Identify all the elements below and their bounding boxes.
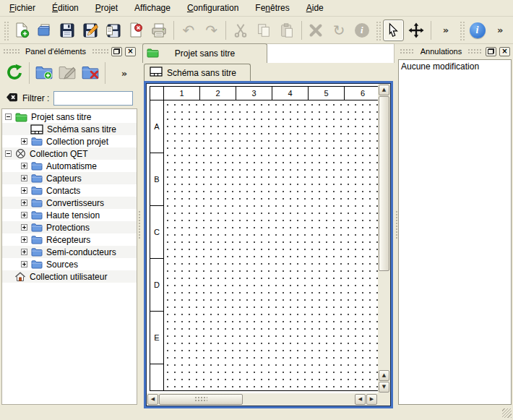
expand-icon[interactable] (21, 236, 27, 243)
left-splitter[interactable] (137, 45, 142, 405)
tree-item-convertisseurs[interactable]: Convertisseurs (2, 197, 137, 209)
new-category-button[interactable] (33, 61, 56, 85)
float-panel-button[interactable] (111, 47, 122, 56)
scroll-up-button-bottom[interactable]: ▲ (379, 370, 389, 381)
vertical-scroll-thumb[interactable] (379, 96, 389, 271)
menu-affichage[interactable]: Affichage (128, 1, 177, 15)
menu-configuration[interactable]: Configuration (181, 1, 245, 15)
tree-item-schema[interactable]: Schéma sans titre (2, 123, 137, 135)
tree-item-collection-qet[interactable]: Collection QET (2, 147, 137, 160)
undo-panel-titlebar[interactable]: Annulations × (398, 45, 512, 58)
collapse-icon[interactable] (5, 150, 12, 157)
diagram-row-area[interactable] (164, 206, 378, 259)
horizontal-scroll-track[interactable] (159, 394, 354, 405)
collapse-icon[interactable] (5, 113, 12, 120)
delete-category-button[interactable] (79, 61, 102, 85)
horizontal-scrollbar[interactable]: ◀ ◀ ▶ (147, 393, 378, 406)
tab-schema-sans-titre[interactable]: Schéma sans titre (144, 64, 251, 81)
element-info-button[interactable]: i (351, 20, 373, 41)
diagram-row-area[interactable] (164, 312, 378, 364)
menu-edition[interactable]: Édition (46, 1, 85, 15)
scroll-up-button[interactable]: ▲ (379, 85, 389, 95)
expand-icon[interactable] (21, 163, 27, 169)
scroll-down-button[interactable]: ▼ (379, 382, 389, 393)
elements-panel-titlebar[interactable]: Panel d'éléments × (1, 45, 137, 58)
tab-projet-sans-titre[interactable]: Projet sans titre (142, 43, 267, 63)
vertical-scroll-track[interactable] (379, 96, 389, 369)
qet-collection-icon (15, 148, 26, 159)
cut-button[interactable] (230, 20, 251, 41)
scroll-left-button-right[interactable]: ◀ (355, 394, 366, 405)
toolbar-overflow-button[interactable]: » (489, 20, 511, 41)
tree-item-contacts[interactable]: Contacts (2, 184, 137, 197)
horizontal-scroll-thumb[interactable] (159, 394, 243, 405)
reload-collections-button[interactable] (3, 61, 26, 85)
tree-item-haute-tension[interactable]: Haute tension (2, 209, 137, 221)
tree-item-recepteurs[interactable]: Récepteurs (2, 233, 137, 246)
expand-icon[interactable] (21, 261, 27, 267)
tree-item-collection-projet[interactable]: Collection projet (2, 135, 137, 147)
delete-button[interactable] (306, 20, 327, 41)
expand-icon[interactable] (21, 200, 27, 206)
diagram-row-area[interactable] (164, 100, 378, 153)
panel-overflow-button[interactable]: » (113, 61, 136, 85)
scroll-right-button[interactable]: ▶ (366, 394, 377, 405)
window-resize-grip[interactable] (502, 408, 512, 418)
print-button[interactable] (148, 20, 170, 41)
expand-icon[interactable] (21, 187, 27, 194)
dock-texture (467, 48, 483, 54)
selection-tool-button[interactable] (383, 20, 405, 41)
redo-button[interactable]: ↷ (201, 20, 223, 41)
restore-icon (113, 48, 120, 54)
expand-icon[interactable] (21, 212, 27, 218)
menu-fichier[interactable]: Fichier (3, 1, 42, 15)
float-panel-button[interactable] (486, 47, 496, 56)
scroll-left-button[interactable]: ◀ (147, 394, 158, 405)
diagram-canvas[interactable]: 1 2 3 4 5 6 A B C D E (147, 84, 378, 393)
diagram-row-area[interactable] (164, 259, 378, 312)
tree-item-sources[interactable]: Sources (2, 258, 137, 270)
new-document-button[interactable] (11, 20, 33, 41)
expand-icon[interactable] (21, 224, 27, 231)
close-panel-button[interactable]: × (499, 47, 510, 56)
vertical-scrollbar[interactable]: ▲ ▲ ▼ (378, 84, 390, 393)
save-button[interactable] (56, 20, 78, 41)
tree-item-project[interactable]: Projet sans titre (2, 111, 137, 123)
tree-item-automatisme[interactable]: Automatisme (2, 160, 137, 172)
rotate-button[interactable]: ↻ (328, 20, 350, 41)
expand-icon[interactable] (21, 175, 27, 181)
menu-projet[interactable]: Projet (89, 1, 124, 15)
tree-item-collection-utilisateur[interactable]: Collection utilisateur (2, 270, 137, 283)
undo-history-list[interactable]: Aucune modification (398, 59, 512, 405)
menu-aide[interactable]: Aide (300, 1, 330, 15)
open-document-button[interactable] (34, 20, 56, 41)
close-panel-button[interactable]: × (125, 47, 136, 56)
toolbar-drag-handle[interactable] (3, 20, 9, 40)
diagram-row-area[interactable] (164, 153, 378, 206)
toolbar-drag-handle[interactable] (459, 20, 465, 40)
tree-item-protections[interactable]: Protections (2, 221, 137, 233)
move-tool-button[interactable] (405, 20, 427, 41)
save-as-button[interactable] (79, 20, 101, 41)
tools-overflow-button[interactable]: » (435, 20, 457, 41)
toolbar-drag-handle[interactable] (375, 20, 381, 40)
paste-button[interactable] (276, 20, 298, 41)
filter-input[interactable] (53, 91, 133, 106)
copy-button[interactable] (253, 20, 275, 41)
close-document-button[interactable] (126, 20, 147, 41)
menu-fenetres[interactable]: Fenêtres (249, 1, 296, 15)
row-header: C (150, 206, 164, 259)
edit-category-button[interactable] (56, 61, 79, 85)
tree-item-label: Automatisme (46, 161, 97, 171)
menu-bar: Fichier Édition Projet Affichage Configu… (0, 0, 513, 17)
save-all-button[interactable] (103, 20, 124, 41)
diagram-row-area[interactable] (164, 364, 378, 390)
about-info-button[interactable]: i (467, 20, 488, 41)
expand-icon[interactable] (21, 138, 27, 145)
diagram-view[interactable]: 1 2 3 4 5 6 A B C D E (146, 83, 391, 406)
tree-item-semi-conducteurs[interactable]: Semi-conducteurs (2, 246, 137, 258)
undo-button[interactable]: ↶ (178, 20, 199, 41)
clear-filter-button[interactable] (6, 92, 18, 105)
tree-item-capteurs[interactable]: Capteurs (2, 172, 137, 184)
expand-icon[interactable] (21, 249, 27, 255)
